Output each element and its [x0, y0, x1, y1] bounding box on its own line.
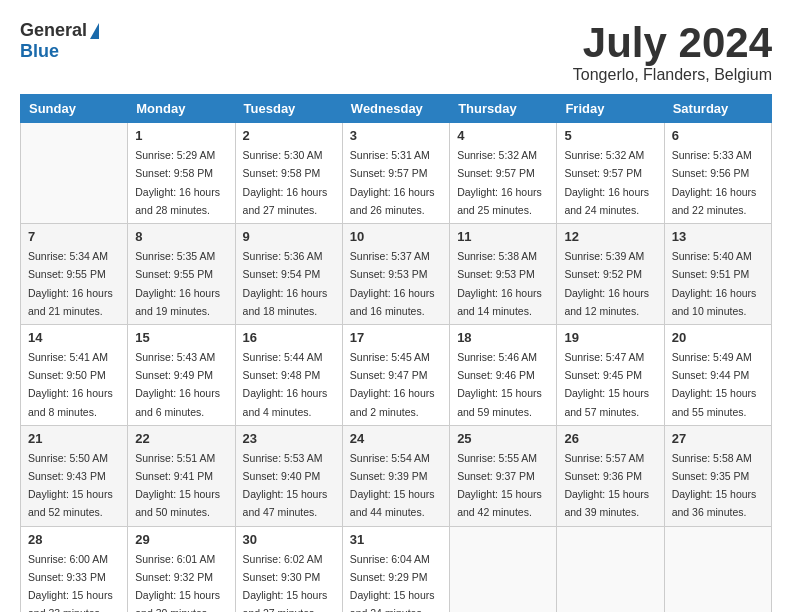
calendar-cell: 22 Sunrise: 5:51 AMSunset: 9:41 PMDaylig…: [128, 425, 235, 526]
calendar-cell: 4 Sunrise: 5:32 AMSunset: 9:57 PMDayligh…: [450, 123, 557, 224]
calendar-table: SundayMondayTuesdayWednesdayThursdayFrid…: [20, 94, 772, 612]
calendar-cell: 26 Sunrise: 5:57 AMSunset: 9:36 PMDaylig…: [557, 425, 664, 526]
calendar-cell: 23 Sunrise: 5:53 AMSunset: 9:40 PMDaylig…: [235, 425, 342, 526]
day-info: Sunrise: 6:00 AMSunset: 9:33 PMDaylight:…: [28, 553, 113, 612]
day-header-saturday: Saturday: [664, 95, 771, 123]
day-number: 30: [243, 532, 335, 547]
calendar-cell: 12 Sunrise: 5:39 AMSunset: 9:52 PMDaylig…: [557, 224, 664, 325]
day-info: Sunrise: 5:39 AMSunset: 9:52 PMDaylight:…: [564, 250, 649, 317]
calendar-cell: [21, 123, 128, 224]
calendar-cell: 11 Sunrise: 5:38 AMSunset: 9:53 PMDaylig…: [450, 224, 557, 325]
day-info: Sunrise: 5:32 AMSunset: 9:57 PMDaylight:…: [564, 149, 649, 216]
calendar-cell: 9 Sunrise: 5:36 AMSunset: 9:54 PMDayligh…: [235, 224, 342, 325]
logo-content: General Blue: [20, 20, 100, 62]
calendar-cell: 18 Sunrise: 5:46 AMSunset: 9:46 PMDaylig…: [450, 324, 557, 425]
day-info: Sunrise: 5:34 AMSunset: 9:55 PMDaylight:…: [28, 250, 113, 317]
day-number: 8: [135, 229, 227, 244]
day-header-thursday: Thursday: [450, 95, 557, 123]
day-number: 18: [457, 330, 549, 345]
day-number: 22: [135, 431, 227, 446]
day-number: 1: [135, 128, 227, 143]
day-number: 12: [564, 229, 656, 244]
day-number: 19: [564, 330, 656, 345]
day-info: Sunrise: 5:47 AMSunset: 9:45 PMDaylight:…: [564, 351, 649, 418]
day-info: Sunrise: 5:40 AMSunset: 9:51 PMDaylight:…: [672, 250, 757, 317]
calendar-cell: 15 Sunrise: 5:43 AMSunset: 9:49 PMDaylig…: [128, 324, 235, 425]
calendar-header: SundayMondayTuesdayWednesdayThursdayFrid…: [21, 95, 772, 123]
day-number: 26: [564, 431, 656, 446]
title-block: July 2024 Tongerlo, Flanders, Belgium: [573, 20, 772, 84]
calendar-cell: 28 Sunrise: 6:00 AMSunset: 9:33 PMDaylig…: [21, 526, 128, 612]
day-info: Sunrise: 5:37 AMSunset: 9:53 PMDaylight:…: [350, 250, 435, 317]
day-number: 11: [457, 229, 549, 244]
day-info: Sunrise: 5:43 AMSunset: 9:49 PMDaylight:…: [135, 351, 220, 418]
day-info: Sunrise: 5:45 AMSunset: 9:47 PMDaylight:…: [350, 351, 435, 418]
day-number: 5: [564, 128, 656, 143]
day-header-tuesday: Tuesday: [235, 95, 342, 123]
calendar-cell: [664, 526, 771, 612]
day-info: Sunrise: 6:04 AMSunset: 9:29 PMDaylight:…: [350, 553, 435, 612]
day-number: 24: [350, 431, 442, 446]
calendar-cell: [450, 526, 557, 612]
day-info: Sunrise: 5:31 AMSunset: 9:57 PMDaylight:…: [350, 149, 435, 216]
logo: General Blue: [20, 20, 100, 62]
calendar-cell: 14 Sunrise: 5:41 AMSunset: 9:50 PMDaylig…: [21, 324, 128, 425]
calendar-cell: 21 Sunrise: 5:50 AMSunset: 9:43 PMDaylig…: [21, 425, 128, 526]
day-info: Sunrise: 5:49 AMSunset: 9:44 PMDaylight:…: [672, 351, 757, 418]
logo-triangle-icon: [90, 23, 99, 39]
day-number: 7: [28, 229, 120, 244]
day-header-friday: Friday: [557, 95, 664, 123]
calendar-cell: 2 Sunrise: 5:30 AMSunset: 9:58 PMDayligh…: [235, 123, 342, 224]
calendar-cell: 30 Sunrise: 6:02 AMSunset: 9:30 PMDaylig…: [235, 526, 342, 612]
day-info: Sunrise: 6:01 AMSunset: 9:32 PMDaylight:…: [135, 553, 220, 612]
day-number: 31: [350, 532, 442, 547]
day-number: 16: [243, 330, 335, 345]
calendar-cell: [557, 526, 664, 612]
day-number: 23: [243, 431, 335, 446]
day-info: Sunrise: 5:50 AMSunset: 9:43 PMDaylight:…: [28, 452, 113, 519]
calendar-cell: 3 Sunrise: 5:31 AMSunset: 9:57 PMDayligh…: [342, 123, 449, 224]
logo-blue-text: Blue: [20, 41, 59, 61]
day-info: Sunrise: 5:33 AMSunset: 9:56 PMDaylight:…: [672, 149, 757, 216]
calendar-cell: 29 Sunrise: 6:01 AMSunset: 9:32 PMDaylig…: [128, 526, 235, 612]
calendar-cell: 16 Sunrise: 5:44 AMSunset: 9:48 PMDaylig…: [235, 324, 342, 425]
day-info: Sunrise: 5:51 AMSunset: 9:41 PMDaylight:…: [135, 452, 220, 519]
day-number: 17: [350, 330, 442, 345]
day-info: Sunrise: 5:58 AMSunset: 9:35 PMDaylight:…: [672, 452, 757, 519]
day-info: Sunrise: 5:54 AMSunset: 9:39 PMDaylight:…: [350, 452, 435, 519]
day-info: Sunrise: 5:38 AMSunset: 9:53 PMDaylight:…: [457, 250, 542, 317]
calendar-cell: 13 Sunrise: 5:40 AMSunset: 9:51 PMDaylig…: [664, 224, 771, 325]
day-number: 3: [350, 128, 442, 143]
calendar-cell: 8 Sunrise: 5:35 AMSunset: 9:55 PMDayligh…: [128, 224, 235, 325]
calendar-cell: 17 Sunrise: 5:45 AMSunset: 9:47 PMDaylig…: [342, 324, 449, 425]
location-subtitle: Tongerlo, Flanders, Belgium: [573, 66, 772, 84]
day-number: 14: [28, 330, 120, 345]
day-number: 15: [135, 330, 227, 345]
day-number: 20: [672, 330, 764, 345]
day-info: Sunrise: 5:32 AMSunset: 9:57 PMDaylight:…: [457, 149, 542, 216]
day-info: Sunrise: 5:41 AMSunset: 9:50 PMDaylight:…: [28, 351, 113, 418]
day-info: Sunrise: 5:46 AMSunset: 9:46 PMDaylight:…: [457, 351, 542, 418]
calendar-cell: 1 Sunrise: 5:29 AMSunset: 9:58 PMDayligh…: [128, 123, 235, 224]
day-info: Sunrise: 5:30 AMSunset: 9:58 PMDaylight:…: [243, 149, 328, 216]
day-number: 29: [135, 532, 227, 547]
day-number: 4: [457, 128, 549, 143]
page-header: General Blue July 2024 Tongerlo, Flander…: [20, 20, 772, 84]
calendar-cell: 5 Sunrise: 5:32 AMSunset: 9:57 PMDayligh…: [557, 123, 664, 224]
calendar-cell: 27 Sunrise: 5:58 AMSunset: 9:35 PMDaylig…: [664, 425, 771, 526]
day-info: Sunrise: 5:36 AMSunset: 9:54 PMDaylight:…: [243, 250, 328, 317]
day-number: 27: [672, 431, 764, 446]
day-info: Sunrise: 5:44 AMSunset: 9:48 PMDaylight:…: [243, 351, 328, 418]
day-number: 10: [350, 229, 442, 244]
calendar-cell: 24 Sunrise: 5:54 AMSunset: 9:39 PMDaylig…: [342, 425, 449, 526]
calendar-cell: 19 Sunrise: 5:47 AMSunset: 9:45 PMDaylig…: [557, 324, 664, 425]
calendar-cell: 25 Sunrise: 5:55 AMSunset: 9:37 PMDaylig…: [450, 425, 557, 526]
calendar-cell: 7 Sunrise: 5:34 AMSunset: 9:55 PMDayligh…: [21, 224, 128, 325]
month-year-title: July 2024: [573, 20, 772, 66]
day-info: Sunrise: 5:53 AMSunset: 9:40 PMDaylight:…: [243, 452, 328, 519]
calendar-cell: 20 Sunrise: 5:49 AMSunset: 9:44 PMDaylig…: [664, 324, 771, 425]
day-header-monday: Monday: [128, 95, 235, 123]
day-info: Sunrise: 5:29 AMSunset: 9:58 PMDaylight:…: [135, 149, 220, 216]
day-header-sunday: Sunday: [21, 95, 128, 123]
day-number: 6: [672, 128, 764, 143]
